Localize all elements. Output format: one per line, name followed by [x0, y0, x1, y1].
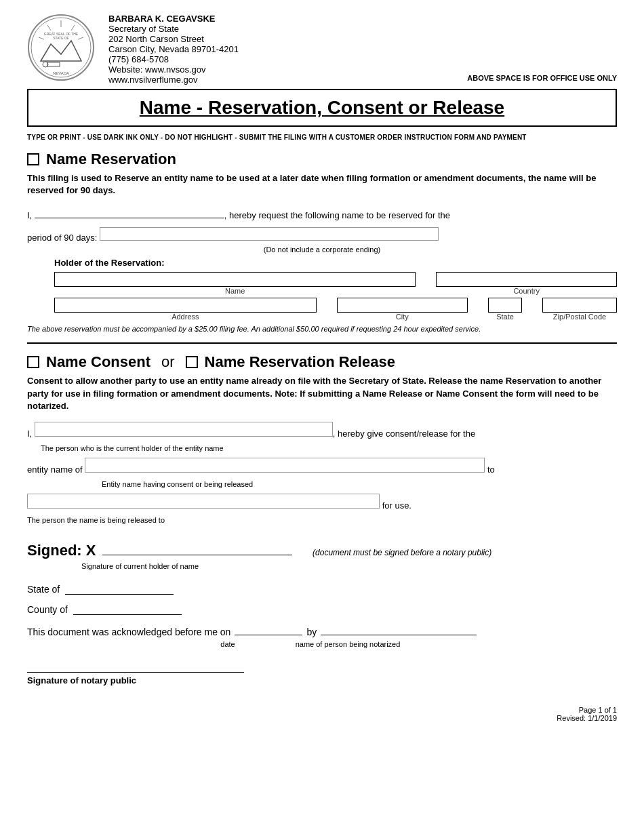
office-use-label: ABOVE SPACE IS FOR OFFICE USE ONLY	[467, 74, 617, 85]
consent-suffix: , hereby give consent/release for the	[333, 429, 475, 439]
section2-description: Consent to allow another party to use an…	[27, 375, 617, 412]
requester-name-field[interactable]	[35, 206, 224, 218]
consent-prefix: I,	[27, 429, 32, 439]
ack-labels: date name of person being notarized	[27, 640, 617, 648]
svg-line-5	[78, 37, 83, 39]
acknowledge-line: This document was acknowledged before me…	[27, 624, 617, 637]
period-line: period of 90 days:	[27, 227, 617, 243]
county-field[interactable]	[73, 604, 182, 615]
sig-sublabel: Signature of current holder of name	[81, 562, 617, 570]
signed-line: Signed: X (document must be signed befor…	[27, 538, 617, 559]
holder-address-label: Address	[54, 313, 317, 321]
holder-name-label: Name	[54, 287, 416, 295]
holder-city-label: City	[337, 313, 468, 321]
state-field[interactable]	[65, 584, 174, 595]
secretary-title: Secretary of State	[108, 24, 467, 34]
svg-text:NEVADA: NEVADA	[53, 71, 69, 75]
page-title: Name - Reservation, Consent or Release	[140, 97, 504, 118]
section1-header: Name Reservation	[27, 151, 617, 168]
released-to-line: for use.	[27, 494, 617, 511]
holder-name-field-wrapper: Name	[54, 272, 416, 295]
county-line: County of	[27, 604, 617, 615]
fee-note: The above reservation must be accompanie…	[27, 325, 617, 333]
holder-zip-field[interactable]	[542, 298, 617, 313]
signed-label: Signed: X	[27, 542, 96, 559]
ack-date-label: date	[194, 640, 262, 648]
released-to-label: The person the name is being released to	[27, 516, 617, 524]
svg-marker-2	[41, 41, 81, 61]
notary-sig-line	[27, 662, 244, 673]
notary-sig-label: Signature of notary public	[27, 675, 617, 686]
section2-header: Name Consent or Name Reservation Release	[27, 353, 617, 371]
holder-name-field[interactable]	[54, 272, 416, 287]
name-consent-checkbox[interactable]	[27, 356, 39, 368]
holder-country-field-wrapper: Country	[436, 272, 617, 295]
period-prefix: period of 90 days:	[27, 233, 97, 243]
holder-address-row: Address City State Zip/Postal Code	[54, 298, 617, 321]
line1-suffix: , hereby request the following name to b…	[224, 210, 450, 220]
state-prefix: State of	[27, 584, 60, 595]
svg-line-4	[71, 25, 75, 31]
entity-name-label: Entity name having consent or being rele…	[102, 480, 617, 488]
nevada-seal: NEVADA GREAT SEAL OF THE STATE OF	[27, 14, 95, 81]
consent-line1: I, , hereby give consent/release for the	[27, 422, 617, 439]
or-text: or	[161, 353, 175, 371]
notary-sig-section: Signature of notary public	[27, 662, 617, 686]
entity-prefix: entity name of	[27, 464, 83, 475]
holder-name-country-row: Name Country	[54, 272, 617, 295]
county-prefix: County of	[27, 604, 68, 615]
secretary-address1: 202 North Carson Street	[108, 34, 467, 44]
entity-name-line: entity name of to	[27, 458, 617, 475]
page-footer: Page 1 of 1 Revised: 1/1/2019	[27, 706, 617, 722]
section1-description: This filing is used to Reserve an entity…	[27, 172, 617, 197]
section2-title2: Name Reservation Release	[205, 353, 395, 371]
secretary-address2: Carson City, Nevada 89701-4201	[108, 44, 467, 54]
state-line: State of	[27, 584, 617, 595]
requester-line: I, , hereby request the following name t…	[27, 206, 617, 220]
holder-state-field-wrapper: State	[488, 298, 522, 321]
ack-date-field[interactable]	[235, 624, 302, 635]
instructions-text: TYPE OR PRINT - USE DARK INK ONLY - DO N…	[27, 134, 617, 141]
released-to-field[interactable]	[27, 494, 380, 509]
holder-address-field-wrapper: Address	[54, 298, 317, 321]
section2-title1: Name Consent	[46, 353, 150, 371]
by-text: by	[306, 627, 317, 637]
for-use-text: for use.	[382, 500, 411, 511]
holder-state-field[interactable]	[488, 298, 522, 313]
holder-country-label: Country	[436, 287, 617, 295]
current-holder-label: The person who is the current holder of …	[41, 444, 617, 452]
holder-state-label: State	[488, 313, 522, 321]
signed-section: Signed: X (document must be signed befor…	[27, 538, 617, 570]
entity-suffix: to	[487, 464, 495, 475]
entity-name-field[interactable]	[85, 458, 485, 473]
holder-city-field-wrapper: City	[337, 298, 468, 321]
holder-zip-label: Zip/Postal Code	[542, 313, 617, 321]
name-release-checkbox[interactable]	[186, 356, 198, 368]
line1-prefix: I,	[27, 210, 32, 220]
holder-country-field[interactable]	[436, 272, 617, 287]
secretary-website2: www.nvsilverflume.gov	[108, 75, 467, 85]
secretary-phone: (775) 684-5708	[108, 54, 467, 64]
reserved-name-field[interactable]	[100, 227, 439, 241]
holder-title: Holder of the Reservation:	[54, 258, 617, 268]
section1-title: Name Reservation	[46, 151, 176, 168]
revised-date: Revised: 1/1/2019	[27, 714, 617, 722]
holder-zip-field-wrapper: Zip/Postal Code	[542, 298, 617, 321]
page-header: NEVADA GREAT SEAL OF THE STATE OF BARBAR…	[27, 14, 617, 85]
ack-prefix: This document was acknowledged before me…	[27, 627, 230, 637]
notary-section: State of County of This document was ack…	[27, 584, 617, 686]
current-holder-field[interactable]	[35, 422, 333, 437]
secretary-info: BARBARA K. CEGAVSKE Secretary of State 2…	[108, 14, 467, 85]
svg-rect-8	[47, 62, 60, 66]
secretary-website1: Website: www.nvsos.gov	[108, 64, 467, 75]
signature-field[interactable]	[102, 538, 292, 555]
name-reservation-checkbox[interactable]	[27, 153, 39, 165]
svg-line-6	[47, 25, 51, 31]
holder-city-field[interactable]	[337, 298, 468, 313]
holder-section: Holder of the Reservation: Name Country …	[54, 258, 617, 321]
corporate-ending-hint: (Do not include a corporate ending)	[27, 245, 617, 254]
secretary-name: BARBARA K. CEGAVSKE	[108, 14, 467, 24]
ack-name-label: name of person being notarized	[270, 640, 426, 648]
holder-address-field[interactable]	[54, 298, 317, 313]
ack-name-field[interactable]	[321, 624, 477, 635]
